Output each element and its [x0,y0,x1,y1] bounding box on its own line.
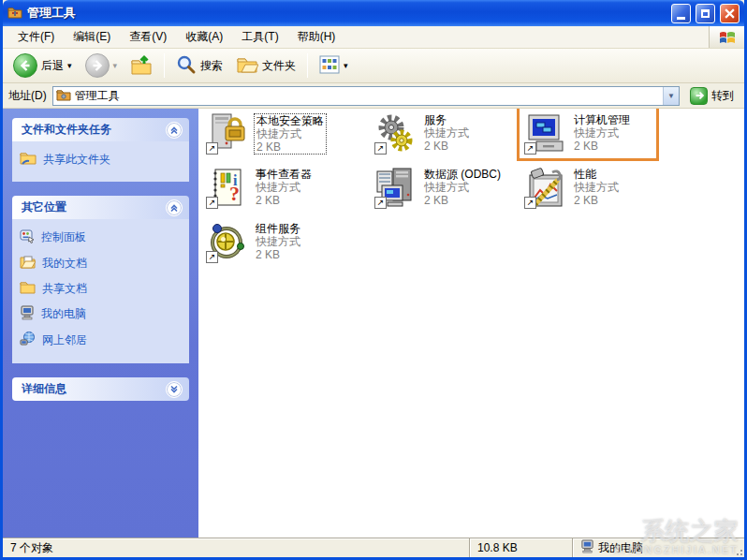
sidebar-item-label: 网上邻居 [42,332,87,348]
shortcut-arrow-icon: ↗ [374,142,387,155]
component-services-icon: ↗ [206,221,249,264]
menu-favorites[interactable]: 收藏(A) [176,26,232,48]
up-button[interactable] [125,51,157,81]
my-documents-icon [20,255,36,272]
shortcut-arrow-icon: ↗ [206,197,218,209]
go-label: 转到 [711,88,734,104]
file-item-services[interactable]: ↗ 服务 快捷方式 2 KB [374,112,534,167]
minimize-button[interactable] [671,4,691,23]
chevron-down-icon[interactable] [166,381,183,398]
svg-text:i: i [233,172,238,188]
local-security-policy-icon: ↗ [206,112,249,155]
control-panel-icon [20,228,35,246]
shortcut-arrow-icon: ↗ [524,142,536,155]
forward-button[interactable]: ▾ [81,51,123,81]
file-name: 服务 [424,113,469,126]
sidebar-item-network-places[interactable]: 网上邻居 [20,332,182,349]
folders-label: 文件夹 [262,58,296,74]
panel-file-folder-tasks: 文件和文件夹任务 共享此文件夹 [12,118,189,182]
status-bar: 7 个对象 10.8 KB 我的电脑 [3,538,744,557]
panel-file-folder-tasks-header[interactable]: 文件和文件夹任务 [12,118,189,141]
panel-details: 详细信息 [12,377,189,401]
forward-dropdown-icon: ▾ [113,61,118,70]
address-dropdown-icon[interactable]: ▼ [663,87,679,105]
file-size: 2 KB [574,140,630,153]
windows-logo-icon [709,26,744,48]
menu-edit[interactable]: 编辑(E) [64,26,120,48]
shortcut-arrow-icon: ↗ [524,197,536,209]
file-item-text: 计算机管理 快捷方式 2 KB [572,113,632,153]
file-type: 快捷方式 [574,181,619,194]
go-button[interactable]: 转到 [685,85,739,107]
address-input[interactable]: 管理工具 [75,88,659,104]
file-item-local-security-policy[interactable]: ↗ 本地安全策略 快捷方式 2 KB [206,112,365,167]
file-item-computer-management[interactable]: ↗ 计算机管理 快捷方式 2 KB [524,112,683,167]
file-item-performance[interactable]: ↗ 性能 快捷方式 2 KB [524,167,683,221]
status-zone-label: 我的电脑 [598,540,643,556]
file-name: 计算机管理 [574,113,630,126]
folders-button[interactable]: 文件夹 [231,52,300,81]
panel-other-places-header[interactable]: 其它位置 [12,196,189,219]
title-bar[interactable]: 管理工具 [3,0,744,26]
share-folder-icon [20,151,37,168]
file-item-text: 事件查看器 快捷方式 2 KB [254,168,314,207]
panel-other-places: 其它位置 [12,196,189,363]
sidebar-item-label: 我的文档 [42,256,87,272]
status-object-count: 7 个对象 [3,538,469,557]
file-size: 2 KB [574,194,619,207]
file-item-component-services[interactable]: ↗ 组件服务 快捷方式 2 KB [206,221,365,275]
address-bar: 地址(D) 管理工具 ▼ 转到 [3,83,744,109]
file-type: 快捷方式 [256,181,312,194]
performance-icon: ↗ [524,167,567,210]
address-folder-icon [56,88,71,104]
sidebar-item-control-panel[interactable]: 控制面板 [20,228,182,246]
sidebar-item-shared-documents[interactable]: 共享文档 [20,280,182,297]
file-item-data-sources-odbc[interactable]: ↗ 数据源 (ODBC) 快捷方式 2 KB [374,167,534,221]
file-name: 性能 [574,168,619,181]
shortcut-arrow-icon: ↗ [374,197,387,209]
views-button[interactable]: ▾ [315,52,353,80]
back-dropdown-icon[interactable]: ▾ [67,61,72,70]
file-item-text: 组件服务 快捷方式 2 KB [254,222,302,261]
file-item-text: 性能 快捷方式 2 KB [572,168,621,207]
computer-management-icon: ↗ [524,112,567,155]
toolbar: 后退 ▾ ▾ [3,49,744,83]
file-size: 2 KB [424,194,501,207]
search-button[interactable]: 搜索 [171,52,227,81]
my-computer-icon [580,539,594,556]
sidebar-item-my-documents[interactable]: 我的文档 [20,255,182,272]
menu-help[interactable]: 帮助(H) [288,26,345,48]
address-combo[interactable]: 管理工具 ▼ [52,86,680,106]
status-size: 10.8 KB [469,538,572,557]
chevron-up-icon[interactable] [166,199,183,216]
back-label: 后退 [41,58,64,74]
file-name: 事件查看器 [256,168,312,181]
sidebar-item-my-computer[interactable]: 我的电脑 [20,305,182,323]
views-dropdown-icon[interactable]: ▾ [344,61,348,70]
file-type: 快捷方式 [256,235,300,248]
file-type: 快捷方式 [424,126,469,140]
file-item-text: 数据源 (ODBC) 快捷方式 2 KB [422,168,503,207]
chevron-up-icon[interactable] [166,122,183,139]
menu-tools[interactable]: 工具(T) [232,26,287,48]
sidebar-item-share-folder[interactable]: 共享此文件夹 [20,151,182,168]
search-icon [176,54,197,78]
go-icon [690,87,708,105]
close-button[interactable] [720,4,740,23]
file-item-event-viewer[interactable]: ? i ↗ 事件查看器 快捷方式 2 KB [206,167,365,221]
file-size: 2 KB [256,140,324,154]
maximize-button[interactable] [696,4,715,23]
back-button[interactable]: 后退 ▾ [8,51,77,81]
menu-view[interactable]: 查看(V) [120,26,176,48]
shared-documents-icon [20,280,36,297]
file-type: 快捷方式 [424,181,501,194]
menu-file[interactable]: 文件(F) [8,26,64,48]
toolbar-separator [164,53,165,78]
sidebar-item-label: 共享此文件夹 [43,152,110,168]
shortcut-arrow-icon: ↗ [206,142,218,155]
panel-details-header[interactable]: 详细信息 [12,377,189,401]
event-viewer-icon: ? i ↗ [206,167,249,210]
resize-grip[interactable] [731,538,744,557]
data-sources-odbc-icon: ↗ [374,167,417,210]
sidebar-item-label: 控制面板 [41,229,86,245]
